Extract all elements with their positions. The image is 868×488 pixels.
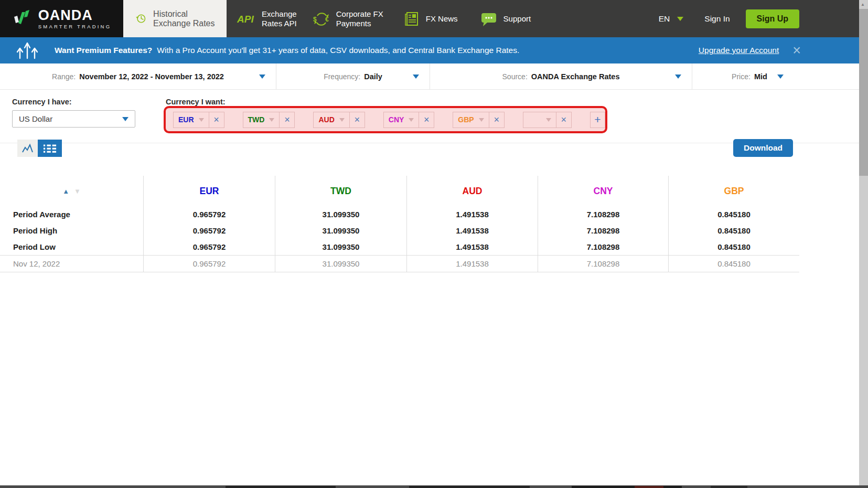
table-cell: 0.965792 — [143, 222, 275, 239]
oanda-historical-rates-page: OANDA SMARTER TRADING Historical Exchang… — [0, 0, 859, 488]
nav-label: Corporate FX — [336, 9, 383, 19]
svg-text:$: $ — [313, 16, 317, 23]
upgrade-account-link[interactable]: Upgrade your Account — [699, 46, 779, 55]
currency-chip-twd: TWD × — [243, 112, 295, 128]
range-filter[interactable]: Range: November 12, 2022 - November 13, … — [0, 63, 276, 89]
currency-code: GBP — [458, 115, 474, 124]
table-cell: 0.965792 — [143, 239, 275, 255]
language-selector[interactable]: EN — [659, 0, 684, 37]
remove-currency-icon[interactable]: × — [419, 112, 434, 128]
table-cell: 31.099350 — [275, 222, 406, 239]
remove-currency-icon[interactable]: × — [556, 112, 571, 128]
top-navigation: OANDA SMARTER TRADING Historical Exchang… — [0, 0, 859, 37]
sort-descending-icon[interactable]: ▼ — [74, 187, 81, 195]
scrollbar-thumb[interactable] — [859, 9, 868, 176]
svg-text:€: € — [325, 16, 329, 23]
vertical-scrollbar[interactable]: ▲ — [859, 0, 868, 488]
column-header-twd: TWD — [275, 176, 406, 206]
table-cell: 1.491538 — [406, 255, 538, 272]
nav-item-fx-news[interactable]: FX News — [403, 0, 458, 37]
row-label: Period Low — [0, 239, 143, 255]
rates-table: ▲ ▼ EUR TWD AUD CNY GBP Period Average 0… — [0, 176, 799, 272]
currency-chip-dropdown[interactable]: TWD — [243, 112, 280, 128]
chevron-down-icon — [675, 75, 681, 79]
currency-chip-dropdown[interactable]: GBP — [453, 112, 488, 128]
currency-have-select[interactable]: US Dollar — [12, 110, 135, 128]
api-icon: API — [237, 12, 256, 26]
download-button[interactable]: Download — [733, 139, 793, 157]
premium-banner: Want Premium Features? With a Pro Accoun… — [0, 37, 859, 63]
sign-up-button[interactable]: Sign Up — [746, 9, 799, 28]
currency-want-highlighted-area: EUR × TWD × AUD × CNY × — [164, 106, 607, 133]
currency-have-label: Currency I have: — [12, 98, 72, 106]
chevron-down-icon — [259, 75, 265, 79]
table-cell: 7.108298 — [538, 255, 668, 272]
row-label: Period Average — [0, 206, 143, 222]
price-label: Price: — [732, 72, 751, 81]
currency-code: EUR — [178, 115, 194, 124]
table-cell: 0.845180 — [668, 206, 799, 222]
table-cell: 31.099350 — [275, 239, 406, 255]
range-value: November 12, 2022 - November 13, 2022 — [79, 72, 224, 81]
table-cell: 0.845180 — [668, 239, 799, 255]
sign-in-link[interactable]: Sign In — [704, 14, 730, 24]
chevron-down-icon — [413, 75, 419, 79]
section-divider — [0, 143, 859, 143]
nav-item-exchange-rates-api[interactable]: API Exchange Rates API — [237, 0, 297, 37]
oanda-logo[interactable]: OANDA SMARTER TRADING — [0, 0, 123, 37]
nav-item-historical-exchange-rates[interactable]: Historical Exchange Rates — [123, 0, 227, 37]
remove-currency-icon[interactable]: × — [349, 112, 365, 128]
banner-headline: Want Premium Features? — [55, 46, 152, 55]
currency-chip-dropdown[interactable]: EUR — [174, 112, 209, 128]
range-label: Range: — [52, 72, 76, 81]
chart-view-toggle[interactable] — [17, 140, 38, 157]
column-header-gbp: GBP — [668, 176, 799, 206]
column-header-eur: EUR — [143, 176, 275, 206]
language-label: EN — [659, 14, 670, 24]
table-cell: 1.491538 — [406, 239, 538, 255]
line-chart-icon — [22, 143, 34, 154]
column-header-aud: AUD — [406, 176, 538, 206]
table-view-toggle[interactable] — [38, 140, 62, 157]
remove-currency-icon[interactable]: × — [279, 112, 294, 128]
remove-currency-icon[interactable]: × — [489, 112, 504, 128]
frequency-label: Frequency: — [324, 72, 360, 81]
currency-have-value: US Dollar — [19, 114, 52, 123]
nav-item-corporate-fx-payments[interactable]: $ € Corporate FX Payments — [313, 0, 383, 37]
nav-label: Exchange — [262, 9, 297, 19]
filter-bar: Range: November 12, 2022 - November 13, … — [0, 63, 859, 90]
currency-code: AUD — [318, 115, 334, 124]
nav-label: Historical — [153, 9, 188, 18]
banner-close-icon[interactable]: × — [792, 45, 801, 56]
chevron-down-icon — [269, 118, 274, 122]
nav-item-support[interactable]: Support — [480, 0, 531, 37]
table-cell: 7.108298 — [538, 206, 668, 222]
table-cell: 31.099350 — [275, 206, 406, 222]
sort-ascending-icon[interactable]: ▲ — [62, 187, 69, 195]
table-cell: 0.845180 — [668, 222, 799, 239]
chevron-down-icon — [677, 17, 683, 21]
newspaper-icon — [403, 11, 420, 27]
banner-message: With a Pro Account you'll get 31+ years … — [157, 46, 519, 55]
table-cell: 7.108298 — [538, 222, 668, 239]
currency-chip-dropdown[interactable]: CNY — [384, 112, 419, 128]
table-cell: 7.108298 — [538, 239, 668, 255]
currency-chip-dropdown[interactable]: AUD — [314, 112, 349, 128]
scroll-up-icon[interactable]: ▲ — [861, 2, 865, 7]
column-header-cny: CNY — [538, 176, 668, 206]
currency-chip-dropdown[interactable] — [523, 112, 556, 128]
svg-text:API: API — [237, 14, 254, 25]
frequency-filter[interactable]: Frequency: Daily — [276, 63, 430, 89]
add-currency-button[interactable]: + — [590, 112, 605, 128]
source-filter[interactable]: Source: OANDA Exchange Rates — [430, 63, 692, 89]
currency-want-label: Currency I want: — [166, 98, 226, 106]
nav-label: Support — [503, 14, 531, 24]
currency-chip-eur: EUR × — [173, 112, 224, 128]
currency-chip-aud: AUD × — [313, 112, 365, 128]
table-cell: 31.099350 — [275, 255, 406, 272]
remove-currency-icon[interactable]: × — [209, 112, 224, 128]
oanda-logo-icon — [12, 9, 33, 28]
list-icon — [43, 143, 57, 154]
price-filter[interactable]: Price: Mid — [692, 63, 807, 89]
chevron-down-icon — [546, 118, 551, 122]
